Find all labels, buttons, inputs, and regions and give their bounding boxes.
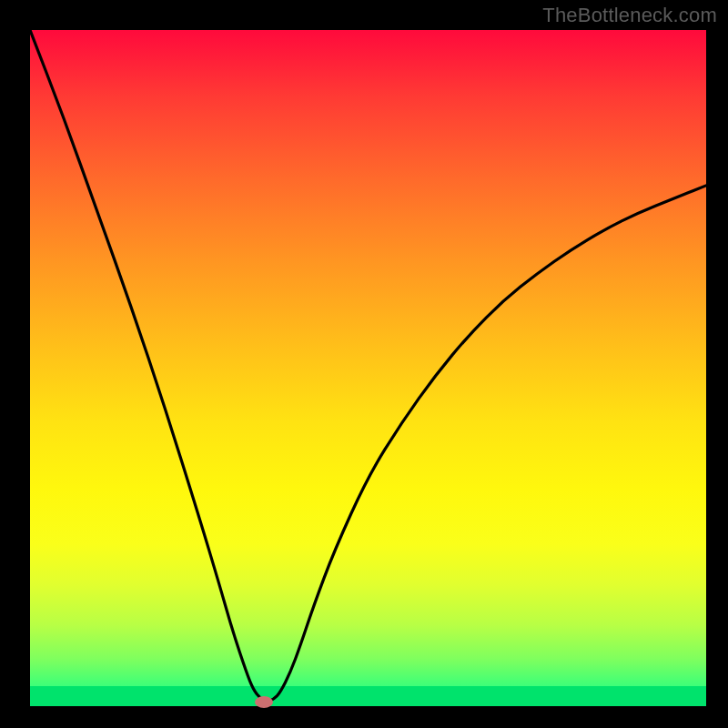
chart-stage: TheBottleneck.com	[0, 0, 728, 728]
optimal-point-marker	[255, 696, 273, 708]
plot-area	[30, 30, 706, 706]
green-baseline-band	[30, 686, 706, 706]
watermark-text: TheBottleneck.com	[542, 4, 717, 27]
curve-layer	[30, 30, 706, 706]
bottleneck-curve	[30, 30, 706, 702]
